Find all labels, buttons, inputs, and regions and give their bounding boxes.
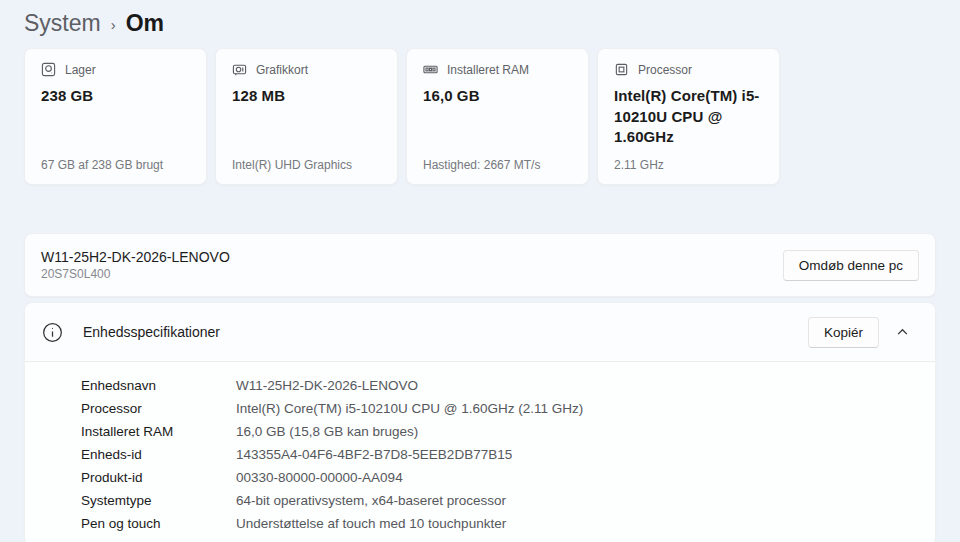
device-specs-body: Enhedsnavn W11-25H2-DK-2026-LENOVO Proce… (25, 362, 935, 542)
storage-card-label: Lager (65, 63, 96, 77)
storage-card-value: 238 GB (41, 86, 190, 107)
rename-pc-button[interactable]: Omdøb denne pc (783, 250, 919, 281)
ram-card-value: 16,0 GB (423, 86, 572, 107)
spec-row-product-id: Produkt-id 00330-80000-00000-AA094 (81, 466, 919, 489)
processor-card: Processor Intel(R) Core(TM) i5-10210U CP… (597, 48, 780, 185)
ram-icon (423, 62, 438, 77)
spec-row-system-type: Systemtype 64-bit operativsystem, x64-ba… (81, 489, 919, 512)
spec-row-pen-touch: Pen og touch Understøttelse af touch med… (81, 512, 919, 535)
info-icon (42, 322, 63, 343)
spec-row-installed-ram: Installeret RAM 16,0 GB (15,8 GB kan bru… (81, 420, 919, 443)
device-specs-header[interactable]: Enhedsspecifikationer Kopiér (25, 303, 935, 361)
processor-card-label: Processor (638, 63, 692, 77)
processor-card-value: Intel(R) Core(TM) i5-10210U CPU @ 1.60GH… (614, 86, 763, 148)
breadcrumb-separator-icon: › (111, 14, 116, 33)
device-specs-title: Enhedsspecifikationer (83, 324, 220, 340)
ram-card-label: Installeret RAM (447, 63, 529, 77)
processor-card-caption: 2.11 GHz (614, 158, 763, 172)
spec-row-processor: Processor Intel(R) Core(TM) i5-10210U CP… (81, 397, 919, 420)
graphics-card-caption: Intel(R) UHD Graphics (232, 158, 381, 172)
graphics-card-label: Grafikkort (256, 63, 308, 77)
stat-cards-row: Lager 238 GB 67 GB af 238 GB brugt Grafi… (24, 48, 936, 185)
device-name: W11-25H2-DK-2026-LENOVO (41, 249, 230, 265)
storage-card-caption: 67 GB af 238 GB brugt (41, 158, 190, 172)
page-title: Om (126, 10, 164, 37)
breadcrumb: System › Om (24, 0, 936, 44)
storage-card: Lager 238 GB 67 GB af 238 GB brugt (24, 48, 207, 185)
spec-row-device-name: Enhedsnavn W11-25H2-DK-2026-LENOVO (81, 374, 919, 397)
breadcrumb-system[interactable]: System (24, 10, 101, 37)
gpu-icon (232, 62, 247, 77)
graphics-card: Grafikkort 128 MB Intel(R) UHD Graphics (215, 48, 398, 185)
spec-row-device-id: Enheds-id 143355A4-04F6-4BF2-B7D8-5EEB2D… (81, 443, 919, 466)
cpu-icon (614, 62, 629, 77)
hard-drive-icon (41, 62, 56, 77)
device-model: 20S7S0L400 (41, 267, 230, 281)
graphics-card-value: 128 MB (232, 86, 381, 107)
ram-card-caption: Hastighed: 2667 MT/s (423, 158, 572, 172)
device-name-panel: W11-25H2-DK-2026-LENOVO 20S7S0L400 Omdøb… (24, 233, 936, 297)
settings-about-page: System › Om Lager 238 GB 67 GB af 238 GB… (0, 0, 960, 542)
device-specs-expander: Enhedsspecifikationer Kopiér Enhedsnavn … (24, 302, 936, 542)
chevron-up-icon[interactable] (885, 315, 919, 349)
ram-card: Installeret RAM 16,0 GB Hastighed: 2667 … (406, 48, 589, 185)
copy-button[interactable]: Kopiér (808, 317, 879, 348)
